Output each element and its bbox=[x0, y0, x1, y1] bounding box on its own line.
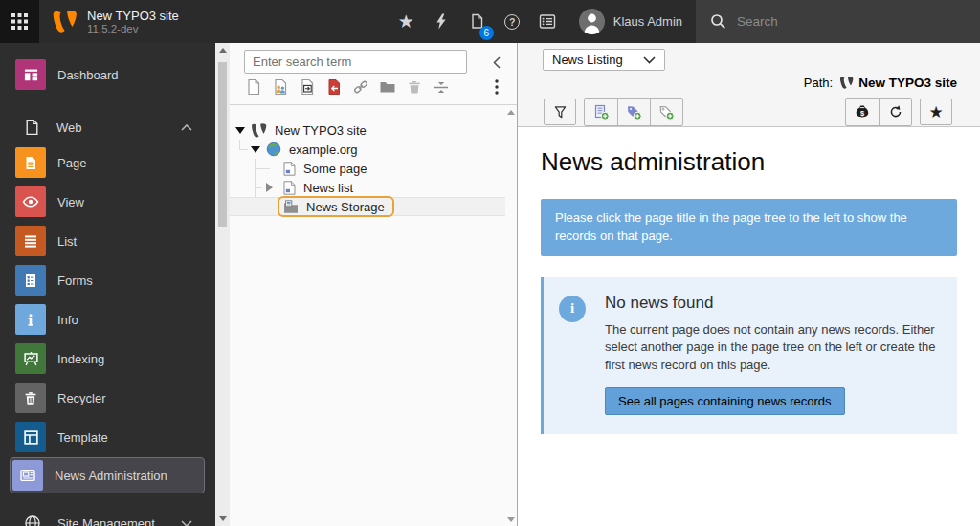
help-button[interactable]: ? bbox=[495, 0, 530, 43]
tree-node-label: example.org bbox=[289, 142, 358, 157]
globe-icon bbox=[266, 142, 281, 157]
chart-easel-icon bbox=[15, 343, 46, 374]
module-function-select[interactable]: News Listing bbox=[543, 49, 665, 71]
sidebar-label: Template bbox=[57, 430, 108, 445]
opendocs-button[interactable]: 6 bbox=[459, 0, 495, 43]
selected-node-outline: News Storage bbox=[278, 196, 394, 217]
sidebar-label: View bbox=[57, 195, 84, 209]
tree-search-input[interactable] bbox=[244, 50, 467, 74]
scrollbar-thumb[interactable] bbox=[218, 62, 227, 227]
newspaper-icon bbox=[12, 460, 43, 491]
sidebar-item-indexing[interactable]: Indexing bbox=[15, 343, 215, 374]
sidebar-item-dashboard[interactable]: Dashboard bbox=[15, 59, 215, 90]
new-document-icon bbox=[593, 104, 610, 121]
info-circle-icon: i bbox=[559, 296, 586, 322]
breadcrumb: Path: New TYPO3 site bbox=[804, 76, 957, 90]
dashboard-icon bbox=[15, 59, 46, 90]
sidebar-item-info[interactable]: Info bbox=[15, 304, 215, 335]
moneybag-icon: $ bbox=[855, 104, 870, 121]
cache-button-group: $ bbox=[845, 98, 912, 126]
typo3-logo-icon bbox=[52, 9, 78, 34]
bookmark-button[interactable]: ★ bbox=[920, 99, 952, 125]
modules-grid-button[interactable] bbox=[0, 0, 39, 43]
module-menu-scrollbar[interactable] bbox=[215, 43, 230, 526]
expand-toggle-open[interactable] bbox=[235, 125, 245, 135]
collapse-tree-button[interactable] bbox=[487, 53, 506, 72]
clear-cache-button[interactable] bbox=[424, 0, 459, 43]
new-recycler-icon[interactable] bbox=[406, 78, 423, 96]
chevron-down-icon bbox=[643, 56, 656, 64]
sidebar-item-page[interactable]: Page bbox=[15, 147, 215, 178]
layout-icon bbox=[15, 422, 46, 452]
scroll-up-arrow[interactable] bbox=[219, 48, 227, 53]
tree-node-site[interactable]: example.org bbox=[230, 140, 505, 159]
sidebar-label: List bbox=[57, 234, 77, 249]
sidebar-item-list[interactable]: List bbox=[15, 226, 215, 256]
list-icon bbox=[15, 226, 46, 256]
no-news-callout: i No news found The current page does no… bbox=[541, 277, 957, 434]
new-link-page-icon[interactable] bbox=[325, 78, 343, 96]
doc-header-buttons: $ ★ bbox=[544, 98, 952, 126]
page-icon bbox=[283, 162, 296, 176]
expand-toggle-closed[interactable] bbox=[264, 183, 274, 192]
sidebar-item-recycler[interactable]: Recycler bbox=[15, 383, 215, 413]
tree-node-root[interactable]: New TYPO3 site bbox=[230, 121, 505, 140]
new-tag-button[interactable] bbox=[650, 99, 682, 125]
new-shortcut-page-icon[interactable] bbox=[299, 78, 316, 96]
systeminfo-button[interactable] bbox=[530, 0, 566, 43]
sidebar-item-view[interactable]: View bbox=[15, 186, 215, 217]
chevron-left-icon bbox=[493, 56, 501, 69]
sidebar-section-site-management[interactable]: Site Management bbox=[24, 515, 192, 526]
sidebar-label: News Administration bbox=[55, 469, 167, 483]
tree-node-news-storage[interactable]: News Storage bbox=[230, 197, 505, 216]
sidebar-section-web[interactable]: Web bbox=[24, 119, 192, 136]
page-icon bbox=[15, 147, 46, 178]
chevron-up-icon bbox=[181, 124, 192, 131]
filter-button[interactable] bbox=[544, 99, 576, 125]
news-folder-icon bbox=[283, 200, 299, 214]
tree-node-label: New TYPO3 site bbox=[275, 123, 367, 138]
scroll-down-arrow[interactable] bbox=[507, 517, 515, 522]
new-folder-icon[interactable] bbox=[379, 78, 396, 96]
scroll-up-arrow[interactable] bbox=[507, 110, 515, 115]
topbar-spacer bbox=[179, 0, 389, 43]
path-label: Path: bbox=[804, 76, 833, 90]
sidebar-label: Site Management bbox=[57, 516, 155, 526]
sidebar-item-news-administration[interactable]: News Administration bbox=[10, 457, 205, 493]
scroll-down-arrow[interactable] bbox=[219, 516, 227, 521]
trash-icon bbox=[15, 383, 46, 413]
typo3-page-icon bbox=[839, 76, 854, 90]
sidebar-item-forms[interactable]: Forms bbox=[15, 265, 215, 296]
doc-header: News Listing Path: New TYPO3 site bbox=[518, 43, 980, 127]
opendocs-count-badge: 6 bbox=[479, 26, 494, 40]
system-log-icon bbox=[539, 13, 556, 30]
new-page-users-icon[interactable] bbox=[272, 78, 289, 96]
selected-function: News Listing bbox=[552, 53, 623, 67]
sidebar-item-template[interactable]: Template bbox=[15, 422, 215, 452]
new-category-button[interactable] bbox=[617, 99, 650, 125]
see-all-pages-button[interactable]: See all pages containing news records bbox=[605, 387, 845, 415]
new-spacer-icon[interactable] bbox=[433, 78, 450, 96]
search-input[interactable] bbox=[737, 14, 928, 29]
new-tag-icon bbox=[658, 104, 675, 121]
new-news-record-button[interactable] bbox=[585, 99, 617, 125]
refresh-button[interactable] bbox=[879, 99, 911, 125]
tree-options-button[interactable] bbox=[490, 78, 503, 96]
form-icon bbox=[15, 265, 46, 296]
expand-toggle-open[interactable] bbox=[251, 144, 260, 154]
topbar-search[interactable] bbox=[696, 0, 980, 43]
bookmarks-button[interactable]: ★ bbox=[389, 0, 424, 43]
site-title: New TYPO3 site bbox=[87, 9, 179, 23]
new-mountpoint-icon[interactable] bbox=[352, 78, 369, 96]
user-menu[interactable]: Klaus Admin bbox=[566, 0, 696, 43]
sidebar-label: Indexing bbox=[57, 352, 104, 366]
new-record-button-group bbox=[584, 98, 683, 126]
bolt-icon bbox=[434, 13, 449, 30]
tree-node-news-list[interactable]: News list bbox=[230, 178, 505, 197]
sidebar-label: Page bbox=[57, 156, 86, 170]
clear-cache-button[interactable]: $ bbox=[846, 99, 879, 125]
tree-scrollbar[interactable] bbox=[505, 106, 517, 526]
tree-node-some-page[interactable]: Some page bbox=[230, 159, 505, 178]
site-brand[interactable]: New TYPO3 site 11.5.2-dev bbox=[39, 0, 179, 43]
new-page-icon[interactable] bbox=[245, 78, 262, 96]
